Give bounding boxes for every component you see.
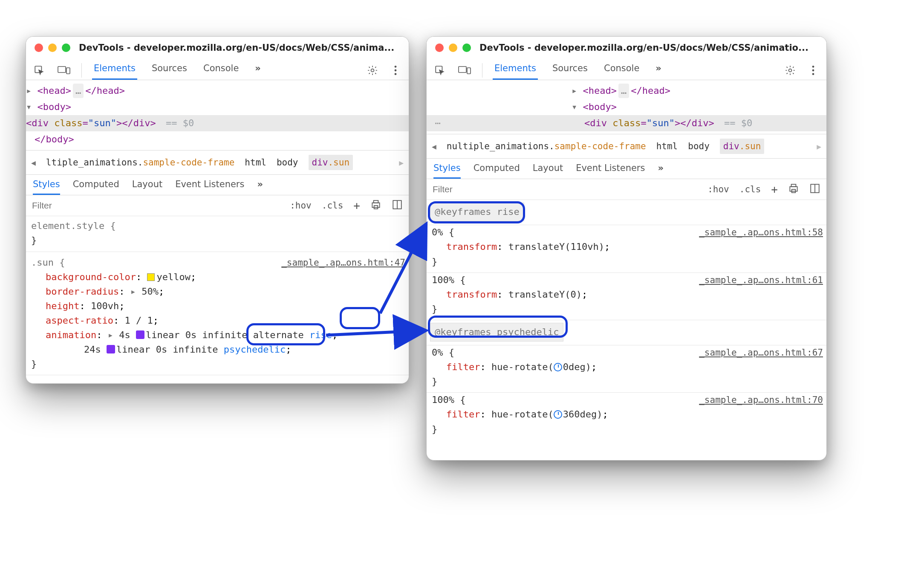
crumb-selected[interactable]: div.sun: [309, 155, 353, 170]
prop-filter[interactable]: filter: [446, 362, 480, 372]
tab-console[interactable]: Console: [202, 61, 240, 80]
computed-toggle-icon[interactable]: [808, 181, 821, 198]
subtab-event-listeners[interactable]: Event Listeners: [175, 179, 244, 195]
subtabs-overflow-icon[interactable]: »: [257, 179, 263, 195]
new-style-rule-icon[interactable]: +: [770, 181, 779, 197]
crumb-html[interactable]: html: [245, 157, 266, 168]
subtab-layout[interactable]: Layout: [132, 179, 162, 195]
tab-console[interactable]: Console: [602, 61, 641, 80]
cls-toggle[interactable]: .cls: [321, 199, 344, 212]
inspect-icon[interactable]: [32, 63, 46, 78]
crumb-body[interactable]: body: [277, 157, 298, 168]
subtab-event-listeners[interactable]: Event Listeners: [576, 163, 645, 179]
tab-sources[interactable]: Sources: [150, 61, 189, 80]
keyframes-link-rise[interactable]: rise: [309, 330, 332, 340]
dom-tree[interactable]: ▸ <head>…</head> ▾ <body> <div class="su…: [26, 80, 409, 150]
print-emulation-icon[interactable]: [787, 181, 800, 198]
gear-icon[interactable]: [365, 63, 380, 78]
prop-animation[interactable]: animation: [46, 330, 96, 340]
tab-elements[interactable]: Elements: [493, 61, 538, 80]
crumb-selected[interactable]: div.sun: [720, 139, 765, 154]
computed-toggle-icon[interactable]: [391, 197, 404, 214]
styles-pane[interactable]: @keyframes rise 0% {_sample_.ap…ons.html…: [427, 200, 826, 443]
source-link[interactable]: _sample_.ap…ons.html:67: [699, 346, 823, 360]
keyframes-link-psychedelic[interactable]: psychedelic: [224, 344, 286, 355]
dollar-zero-badge: == $0: [166, 118, 194, 128]
breadcrumb[interactable]: ◀ ltiple_animations.sample-code-frame ht…: [26, 150, 409, 175]
tab-sources[interactable]: Sources: [551, 61, 589, 80]
easing-icon[interactable]: [107, 345, 115, 353]
rule-selector-sun[interactable]: .sun {: [31, 255, 65, 270]
prop-border-radius[interactable]: border-radius: [46, 286, 119, 297]
styles-pane[interactable]: element.style { } .sun { _sample_.ap…ons…: [26, 216, 409, 382]
close-icon[interactable]: [35, 43, 43, 52]
prop-background-color[interactable]: background-color: [46, 272, 136, 282]
device-toggle-icon[interactable]: [457, 63, 472, 78]
zoom-icon[interactable]: [62, 43, 70, 52]
chevron-left-icon[interactable]: ◀: [432, 142, 436, 151]
subtab-styles[interactable]: Styles: [433, 163, 461, 179]
dom-selected-node[interactable]: <div class="sun"></div> == $0: [26, 115, 409, 131]
prop-transform[interactable]: transform: [446, 289, 497, 300]
more-icon[interactable]: [388, 63, 403, 78]
subtab-styles[interactable]: Styles: [33, 179, 60, 195]
crumb-body[interactable]: body: [688, 141, 710, 151]
tabs-overflow-icon[interactable]: »: [654, 61, 663, 80]
subtab-computed[interactable]: Computed: [73, 179, 119, 195]
source-link[interactable]: _sample_.ap…ons.html:70: [699, 393, 823, 407]
tabs-overflow-icon[interactable]: »: [253, 61, 263, 80]
dom-head-open[interactable]: <head>: [583, 85, 617, 96]
print-emulation-icon[interactable]: [370, 197, 382, 214]
subtab-computed[interactable]: Computed: [474, 163, 520, 179]
subtab-layout[interactable]: Layout: [533, 163, 563, 179]
chevron-left-icon[interactable]: ◀: [31, 158, 36, 167]
keyframe-100[interactable]: 100% {: [432, 393, 465, 407]
prop-transform[interactable]: transform: [446, 241, 497, 252]
new-style-rule-icon[interactable]: +: [352, 197, 361, 214]
keyframe-100[interactable]: 100% {: [432, 273, 465, 287]
dom-body-open[interactable]: <body>: [38, 101, 71, 112]
dom-selected-node[interactable]: ⋯ <div class="sun"></div> == $0: [427, 115, 826, 131]
subtabs-overflow-icon[interactable]: »: [658, 163, 664, 179]
close-icon[interactable]: [435, 43, 444, 52]
minimize-icon[interactable]: [449, 43, 457, 52]
element-style-selector[interactable]: element.style {: [31, 219, 405, 233]
source-link[interactable]: _sample_.ap…ons.html:61: [699, 273, 823, 287]
inspect-icon[interactable]: [433, 63, 447, 78]
styles-filter-input[interactable]: [26, 195, 289, 216]
device-toggle-icon[interactable]: [57, 63, 71, 78]
angle-icon[interactable]: [554, 410, 562, 419]
dom-head-open[interactable]: <head>: [38, 85, 71, 96]
crumb-html[interactable]: html: [656, 141, 678, 151]
easing-icon[interactable]: [136, 330, 144, 339]
source-link[interactable]: _sample_.ap…ons.html:47: [281, 256, 405, 270]
ellipsis-icon[interactable]: …: [73, 84, 84, 98]
zoom-icon[interactable]: [462, 43, 471, 52]
keyframes-header-psychedelic[interactable]: @keyframes psychedelic: [430, 323, 563, 342]
color-swatch-icon[interactable]: [147, 273, 155, 281]
source-link[interactable]: _sample_.ap…ons.html:58: [699, 226, 823, 240]
ellipsis-icon[interactable]: …: [618, 84, 629, 98]
dom-body-open[interactable]: <body>: [583, 101, 617, 112]
crumb-iframe[interactable]: ltiple_animations.sample-code-frame: [46, 157, 235, 168]
tab-elements[interactable]: Elements: [92, 61, 137, 80]
prop-filter[interactable]: filter: [446, 409, 480, 420]
keyframe-0[interactable]: 0% {: [432, 345, 454, 360]
breadcrumb[interactable]: ◀ nultiple_animations.sample-code-frame …: [427, 134, 826, 159]
chevron-right-icon[interactable]: ▶: [399, 158, 404, 167]
more-icon[interactable]: [806, 63, 820, 78]
chevron-right-icon[interactable]: ▶: [817, 142, 821, 151]
keyframes-header-rise[interactable]: @keyframes rise: [430, 203, 524, 221]
hov-toggle[interactable]: :hov: [289, 199, 312, 212]
styles-filter-input[interactable]: [427, 179, 707, 200]
minimize-icon[interactable]: [48, 43, 57, 52]
hov-toggle[interactable]: :hov: [707, 183, 730, 196]
cls-toggle[interactable]: .cls: [739, 183, 762, 196]
dom-tree[interactable]: ▸ <head>…</head> ▾ <body> ⋯ <div class="…: [427, 80, 826, 134]
prop-aspect-ratio[interactable]: aspect-ratio: [46, 315, 113, 326]
crumb-iframe[interactable]: nultiple_animations.sample-code-frame: [447, 141, 646, 151]
keyframe-0[interactable]: 0% {: [432, 225, 454, 240]
angle-icon[interactable]: [554, 363, 562, 371]
prop-height[interactable]: height: [46, 301, 79, 311]
gear-icon[interactable]: [783, 63, 797, 78]
